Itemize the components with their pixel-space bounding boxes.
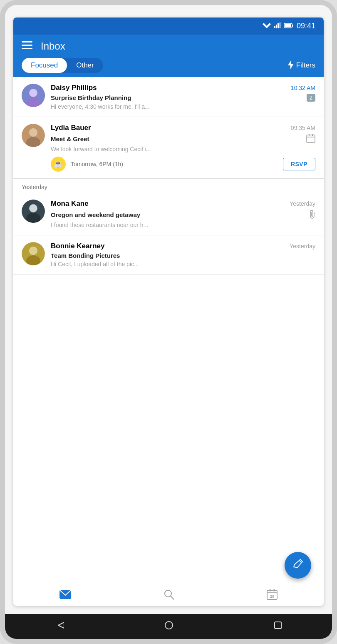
svg-rect-8 [22, 41, 32, 42]
email-content-bonnie: Bonnie Kearney Yesterday Team Bonding Pi… [51, 242, 315, 267]
avatar-mona [22, 200, 45, 223]
email-header-mona: Mona Kane Yesterday [51, 200, 315, 208]
sender-bonnie: Bonnie Kearney [51, 242, 104, 250]
svg-point-27 [30, 205, 37, 212]
email-item-bonnie[interactable]: Bonnie Kearney Yesterday Team Bonding Pi… [13, 235, 324, 275]
event-card-lydia: ☕ Tomorrow, 6PM (1h) RSVP [51, 157, 315, 172]
nav-calendar[interactable]: 20 [267, 589, 278, 600]
sender-lydia: Lydia Bauer [51, 124, 91, 132]
avatar-lydia [22, 124, 45, 147]
svg-rect-1 [274, 26, 275, 28]
nav-mail[interactable] [59, 590, 71, 599]
status-bar: 09:41 [13, 17, 324, 35]
app-bar-tabs: Focused Other Filters [22, 58, 315, 77]
subject-mona: Oregon and weekend getaway [51, 210, 315, 220]
tab-other[interactable]: Other [67, 58, 103, 73]
svg-rect-4 [279, 22, 281, 28]
android-nav [5, 614, 332, 639]
app-title: Inbox [41, 40, 65, 52]
hamburger-icon[interactable] [22, 40, 32, 52]
bottom-nav: 20 [13, 583, 324, 606]
preview-daisy: Hi everyone, 4:30 works for me, I'll a..… [51, 103, 315, 110]
email-content-mona: Mona Kane Yesterday Oregon and weekend g… [51, 200, 315, 228]
wifi-icon [263, 22, 271, 30]
rsvp-button[interactable]: RSVP [283, 158, 315, 170]
svg-point-42 [165, 622, 173, 629]
tab-group: Focused Other [22, 58, 103, 73]
phone-inner: 09:41 Inbox Focused Other [13, 17, 324, 606]
svg-marker-11 [288, 60, 294, 69]
status-time: 09:41 [297, 22, 315, 30]
phone-frame: 09:41 Inbox Focused Other [0, 0, 337, 644]
preview-bonnie: Hi Cecil, I uploaded all of the pic... [51, 261, 315, 267]
sender-daisy: Daisy Phillips [51, 84, 97, 92]
subject-bonnie: Team Bonding Pictures [51, 252, 315, 259]
event-icon-lydia: ☕ [51, 157, 66, 172]
svg-rect-9 [22, 45, 32, 46]
attachment-icon-mona [309, 210, 315, 220]
email-content-lydia: Lydia Bauer 09:35 AM Meet & Greet [51, 124, 315, 172]
android-home-button[interactable] [164, 621, 173, 632]
svg-rect-7 [285, 24, 291, 27]
app-bar-top: Inbox [22, 40, 315, 52]
email-item-daisy[interactable]: Daisy Phillips 10:32 AM Surprise Birthda… [13, 77, 324, 117]
compose-icon [292, 559, 303, 572]
preview-lydia: We look forward to welcoming Cecil i... [51, 146, 315, 152]
filters-label: Filters [296, 61, 315, 70]
svg-rect-10 [22, 48, 32, 49]
flash-icon [288, 60, 294, 71]
section-header-yesterday: Yesterday [13, 179, 324, 193]
svg-marker-41 [58, 622, 64, 628]
svg-rect-22 [309, 134, 310, 136]
svg-rect-6 [292, 25, 293, 27]
svg-rect-20 [307, 135, 315, 142]
svg-rect-2 [276, 25, 277, 28]
email-content-daisy: Daisy Phillips 10:32 AM Surprise Birthda… [51, 84, 315, 110]
battery-icon [284, 22, 293, 30]
time-mona: Yesterday [290, 200, 315, 207]
subject-daisy: Surprise Birthday Planning 2 [51, 94, 315, 102]
email-list: Daisy Phillips 10:32 AM Surprise Birthda… [13, 77, 324, 583]
badge-daisy: 2 [307, 94, 315, 102]
svg-point-31 [30, 247, 37, 255]
event-time-lydia: Tomorrow, 6PM (1h) [71, 161, 278, 167]
svg-line-40 [300, 560, 302, 562]
sender-mona: Mona Kane [51, 200, 89, 208]
app-bar: Inbox Focused Other Filters [13, 35, 324, 77]
svg-rect-23 [312, 134, 313, 136]
tab-focused[interactable]: Focused [22, 58, 67, 73]
nav-search[interactable] [164, 589, 174, 600]
svg-rect-38 [274, 589, 275, 592]
avatar-daisy [22, 84, 45, 107]
email-header-daisy: Daisy Phillips 10:32 AM [51, 84, 315, 92]
svg-rect-43 [275, 622, 281, 629]
email-header-lydia: Lydia Bauer 09:35 AM [51, 124, 315, 132]
android-recent-button[interactable] [274, 621, 282, 632]
svg-rect-3 [278, 23, 279, 28]
email-header-bonnie: Bonnie Kearney Yesterday [51, 242, 315, 250]
svg-line-34 [171, 596, 174, 599]
email-item-mona[interactable]: Mona Kane Yesterday Oregon and weekend g… [13, 193, 324, 235]
time-lydia: 09:35 AM [291, 125, 315, 131]
svg-marker-0 [263, 23, 271, 28]
time-bonnie: Yesterday [290, 243, 315, 250]
time-daisy: 10:32 AM [291, 85, 315, 91]
compose-fab[interactable] [285, 552, 311, 579]
preview-mona: I found these restaurants near our h... [51, 222, 315, 228]
filters-button[interactable]: Filters [288, 60, 315, 71]
svg-point-19 [30, 129, 37, 136]
email-item-lydia[interactable]: Lydia Bauer 09:35 AM Meet & Greet [13, 117, 324, 179]
avatar-bonnie [22, 242, 45, 265]
android-back-button[interactable] [55, 621, 64, 632]
svg-rect-37 [270, 589, 271, 592]
status-icons: 09:41 [263, 22, 315, 30]
subject-lydia: Meet & Greet [51, 134, 315, 144]
svg-text:20: 20 [270, 594, 274, 599]
svg-point-15 [30, 89, 37, 97]
calendar-icon-lydia [306, 134, 315, 144]
signal-icon [274, 22, 281, 30]
